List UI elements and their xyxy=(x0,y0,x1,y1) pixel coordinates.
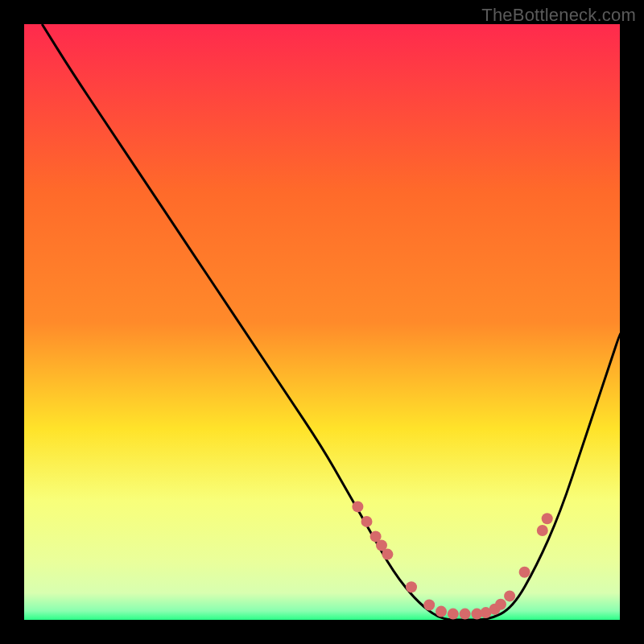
highlight-dot xyxy=(537,525,548,536)
highlight-dot xyxy=(352,501,363,512)
highlight-dot xyxy=(504,590,515,601)
highlight-dot xyxy=(406,581,417,592)
highlight-dot xyxy=(423,600,435,611)
highlight-dot xyxy=(460,609,471,620)
highlight-dot xyxy=(542,513,553,524)
gradient-rect xyxy=(24,24,620,620)
highlight-dot xyxy=(382,549,393,560)
highlight-dot xyxy=(495,599,506,610)
highlight-dot xyxy=(448,609,459,620)
attribution-text: TheBottleneck.com xyxy=(481,5,636,26)
highlight-dot xyxy=(436,606,447,617)
highlight-dot xyxy=(361,516,373,527)
chart-svg xyxy=(24,24,620,620)
highlight-dot xyxy=(519,567,530,578)
